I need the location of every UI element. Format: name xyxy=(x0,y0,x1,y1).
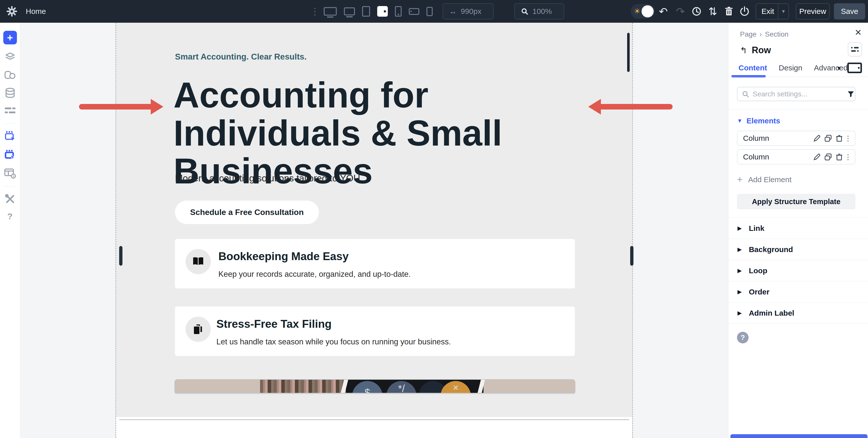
panel-help-icon[interactable]: ? xyxy=(737,332,749,343)
settings-panel: Page › Section × ↰ Row Content Design Ad… xyxy=(728,23,868,438)
canvas-zoom-value: 100% xyxy=(532,7,552,15)
panel-divider xyxy=(728,109,868,110)
exit-dropdown-caret[interactable]: ▾ xyxy=(778,4,788,19)
drag-panel-icon[interactable] xyxy=(848,42,862,57)
edit-pencil-icon[interactable] xyxy=(811,134,823,142)
toolbar-kebab-icon[interactable]: ⋮ xyxy=(310,0,320,23)
tools-icon[interactable] xyxy=(4,193,16,205)
element-row-column-1[interactable]: Column ⋮ xyxy=(737,131,856,146)
tab-advanced[interactable]: Advanced xyxy=(814,64,847,72)
add-element-label: Add Element xyxy=(748,175,792,184)
duplicate-icon[interactable] xyxy=(823,153,834,161)
close-icon[interactable]: × xyxy=(855,27,862,38)
next-section[interactable] xyxy=(116,417,632,438)
zoom-magnifier-icon xyxy=(521,7,528,15)
tab-design[interactable]: Design xyxy=(779,64,802,72)
tab-content[interactable]: Content xyxy=(739,64,767,72)
feature-card-tax[interactable]: Stress-Free Tax Filing Let us handle tax… xyxy=(175,307,575,356)
preview-button[interactable]: Preview xyxy=(796,3,830,20)
add-module-button[interactable]: + xyxy=(3,31,17,44)
shapes-icon[interactable] xyxy=(4,69,16,80)
phone-portrait-icon[interactable] xyxy=(395,6,402,16)
accordion-admin-label[interactable]: ▶ Admin Label xyxy=(728,302,868,324)
trash-icon[interactable] xyxy=(723,0,735,23)
edit-pencil-icon[interactable] xyxy=(811,153,823,161)
add-element-button[interactable]: + Add Element xyxy=(737,174,792,185)
canvas-width-input[interactable]: ↔ 990px xyxy=(442,3,494,20)
exit-button-group: Exit ▾ xyxy=(756,3,789,20)
portability-icon[interactable] xyxy=(739,0,750,23)
sidebar-divider xyxy=(3,186,17,187)
tablet-active-icon[interactable] xyxy=(377,6,388,16)
home-menu[interactable]: Home xyxy=(26,7,46,15)
hero-subheading[interactable]: Modern accounting solutions tailored to … xyxy=(175,173,360,184)
save-button[interactable]: Save xyxy=(834,3,865,20)
toggle-knob xyxy=(642,5,654,18)
accordion-loop[interactable]: ▶ Loop xyxy=(728,260,868,281)
template-library-icon[interactable] xyxy=(4,168,17,179)
canvas-zoom-input[interactable]: 100% xyxy=(514,3,564,20)
exit-button[interactable]: Exit xyxy=(756,7,778,15)
apply-structure-template-button[interactable]: Apply Structure Template xyxy=(737,194,856,209)
undo-icon[interactable]: ↶ xyxy=(657,0,669,23)
theme-toggle[interactable]: ☀ xyxy=(631,4,655,19)
annotation-arrow-left xyxy=(79,99,163,114)
trash-icon[interactable] xyxy=(834,134,845,142)
phone-small-icon[interactable] xyxy=(427,7,433,16)
history-clock-icon[interactable] xyxy=(691,0,702,23)
search-input[interactable] xyxy=(753,90,844,98)
responsive-preview-icon[interactable] xyxy=(847,63,862,73)
device-preview-switcher xyxy=(324,0,433,23)
kebab-menu-icon[interactable]: ⋮ xyxy=(845,134,851,142)
page-pointer-filled-icon[interactable] xyxy=(4,149,16,161)
back-arrow-icon[interactable]: ↰ xyxy=(740,45,747,55)
accordion-background[interactable]: ▶ Background xyxy=(728,239,868,260)
caret-right-icon: ▶ xyxy=(738,246,742,253)
duplicate-icon[interactable] xyxy=(823,134,834,142)
cta-button[interactable]: Schedule a Free Consultation xyxy=(175,201,319,224)
redo-icon[interactable]: ↷ xyxy=(675,0,686,23)
elements-section-header[interactable]: ▼ Elements xyxy=(737,116,780,125)
feature-card-bookkeeping[interactable]: Bookkeeping Made Easy Keep your records … xyxy=(175,239,575,289)
caret-right-icon: ▶ xyxy=(738,225,742,232)
image-strip-stripes xyxy=(260,380,346,393)
filter-icon[interactable] xyxy=(847,91,855,97)
breadcrumb-section[interactable]: Section xyxy=(765,30,788,38)
accordion-order[interactable]: ▶ Order xyxy=(728,281,868,302)
gear-icon[interactable] xyxy=(6,6,17,16)
desktop-icon[interactable] xyxy=(344,7,355,15)
annotation-arrow-right xyxy=(588,99,673,114)
plus-icon: + xyxy=(737,174,743,185)
rows-icon[interactable] xyxy=(4,106,16,115)
sort-arrows-icon[interactable]: ⇅ xyxy=(707,0,718,23)
row-resize-handle-right[interactable] xyxy=(630,246,633,266)
panel-title: Row xyxy=(752,45,771,56)
tabs-caret-icon[interactable]: ▼ xyxy=(836,65,842,72)
help-icon[interactable]: ? xyxy=(7,211,12,221)
hero-section[interactable]: Smart Accounting. Clear Results. Account… xyxy=(116,23,632,417)
tablet-portrait-icon[interactable] xyxy=(362,6,370,16)
builder-canvas: Smart Accounting. Clear Results. Account… xyxy=(20,23,728,438)
element-label: Column xyxy=(743,153,811,161)
accordion-label: Background xyxy=(749,245,793,254)
kebab-menu-icon[interactable]: ⋮ xyxy=(845,153,851,161)
open-book-icon xyxy=(186,249,211,274)
row-resize-handle-left[interactable] xyxy=(119,246,122,266)
canvas-scrollbar[interactable] xyxy=(627,33,630,72)
breadcrumb-page[interactable]: Page xyxy=(740,30,756,38)
caret-right-icon: ▶ xyxy=(738,289,742,295)
layers-icon[interactable] xyxy=(4,51,16,63)
accordion-link[interactable]: ▶ Link xyxy=(728,217,868,239)
desktop-large-icon[interactable] xyxy=(324,7,337,15)
page-pointer-outline-icon[interactable] xyxy=(4,131,16,142)
phone-landscape-icon[interactable] xyxy=(409,8,420,15)
trash-icon[interactable] xyxy=(834,153,845,161)
left-sidebar: + ? xyxy=(0,23,20,438)
hero-eyebrow[interactable]: Smart Accounting. Clear Results. xyxy=(175,52,307,62)
hero-image-strip[interactable]: $ */ × xyxy=(175,380,575,393)
element-row-column-2[interactable]: Column ⋮ xyxy=(737,149,856,165)
breadcrumb-separator: › xyxy=(760,30,762,38)
database-icon[interactable] xyxy=(4,87,16,99)
search-icon xyxy=(742,91,749,98)
caret-down-icon: ▼ xyxy=(737,117,743,124)
